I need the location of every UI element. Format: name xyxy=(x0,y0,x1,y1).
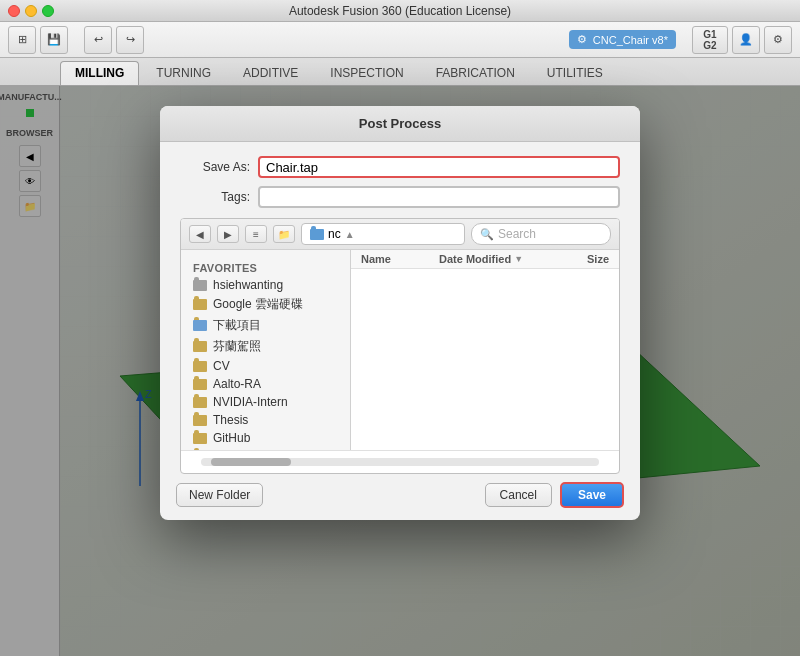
up-arrow-icon: ▲ xyxy=(345,229,355,240)
list-item[interactable]: Research Skill xyxy=(181,447,350,450)
save-button[interactable]: Save xyxy=(560,482,624,508)
save-icon[interactable]: 💾 xyxy=(40,26,68,54)
search-box[interactable]: 🔍 Search xyxy=(471,223,611,245)
dialog-title: Post Process xyxy=(160,106,640,142)
current-file-label: CNC_Chair v8* xyxy=(593,34,668,46)
tab-milling[interactable]: MILLING xyxy=(60,61,139,85)
list-item[interactable]: NVIDIA-Intern xyxy=(181,393,350,411)
file-list-empty xyxy=(351,269,619,429)
current-file-icon: ⚙ xyxy=(577,33,587,46)
item-label: Research Skill xyxy=(213,449,290,450)
scrollbar-thumb[interactable] xyxy=(211,458,291,466)
item-label: NVIDIA-Intern xyxy=(213,395,288,409)
sort-arrow-icon: ▼ xyxy=(514,254,523,264)
file-list-header: Name Date Modified ▼ Size xyxy=(351,250,619,269)
minimize-button[interactable] xyxy=(25,5,37,17)
favorites-label: Favorites xyxy=(181,258,350,276)
tab-fabrication[interactable]: FABRICATION xyxy=(421,61,530,85)
settings-icon[interactable]: ⚙ xyxy=(764,26,792,54)
post-process-dialog: Post Process Save As: Tags: ◀ xyxy=(160,106,640,520)
back-button[interactable]: ◀ xyxy=(189,225,211,243)
maximize-button[interactable] xyxy=(42,5,54,17)
redo-icon[interactable]: ↪ xyxy=(116,26,144,54)
folder-icon-xs xyxy=(193,379,207,390)
tab-turning[interactable]: TURNING xyxy=(141,61,226,85)
scrollbar-track[interactable] xyxy=(201,458,599,466)
item-label: GitHub xyxy=(213,431,250,445)
folder-path[interactable]: nc ▲ xyxy=(301,223,465,245)
new-folder-small-button[interactable]: 📁 xyxy=(273,225,295,243)
file-list-container: Favorites hsiehwanting Google 雲端硬碟 xyxy=(181,250,619,450)
col-size-header: Size xyxy=(559,253,609,265)
path-arrows: ▲ xyxy=(345,229,355,240)
list-item[interactable]: hsiehwanting xyxy=(181,276,350,294)
save-as-input[interactable] xyxy=(258,156,620,178)
special-folder-icon xyxy=(193,320,207,331)
item-label: 芬蘭駕照 xyxy=(213,338,261,355)
toolbar: ⊞ 💾 ↩ ↪ ⚙ CNC_Chair v8* G1G2 👤 ⚙ xyxy=(0,22,800,58)
folder-icon-xs xyxy=(193,341,207,352)
tab-inspection[interactable]: INSPECTION xyxy=(315,61,418,85)
list-item[interactable]: CV xyxy=(181,357,350,375)
tags-label: Tags: xyxy=(180,190,250,204)
item-label: Aalto-RA xyxy=(213,377,261,391)
item-label: Thesis xyxy=(213,413,248,427)
folder-path-label: nc xyxy=(328,227,341,241)
tab-additive[interactable]: ADDITIVE xyxy=(228,61,313,85)
folder-icon-xs xyxy=(193,433,207,444)
list-item[interactable]: Thesis xyxy=(181,411,350,429)
scrollbar-container xyxy=(181,450,619,473)
tab-bar: MILLING TURNING ADDITIVE INSPECTION FABR… xyxy=(0,58,800,86)
favorites-panel: Favorites hsiehwanting Google 雲端硬碟 xyxy=(181,250,351,450)
man-icon[interactable]: 👤 xyxy=(732,26,760,54)
modal-overlay: Post Process Save As: Tags: ◀ xyxy=(0,86,800,656)
col-date-header: Date Modified ▼ xyxy=(439,253,559,265)
folder-icon xyxy=(310,229,324,240)
undo-icon[interactable]: ↩ xyxy=(84,26,112,54)
list-view-button[interactable]: ≡ xyxy=(245,225,267,243)
new-folder-button[interactable]: New Folder xyxy=(176,483,263,507)
dialog-body: Save As: Tags: ◀ ▶ ≡ 📁 xyxy=(160,142,640,474)
folder-icon-xs xyxy=(193,415,207,426)
action-buttons: Cancel Save xyxy=(485,482,624,508)
forward-button[interactable]: ▶ xyxy=(217,225,239,243)
dialog-footer: New Folder Cancel Save xyxy=(160,474,640,520)
person-folder-icon xyxy=(193,280,207,291)
main-file-panel: Name Date Modified ▼ Size xyxy=(351,250,619,450)
list-item[interactable]: Aalto-RA xyxy=(181,375,350,393)
search-placeholder: Search xyxy=(498,227,536,241)
g1-icon[interactable]: G1G2 xyxy=(692,26,728,54)
close-button[interactable] xyxy=(8,5,20,17)
search-icon: 🔍 xyxy=(480,228,494,241)
list-item[interactable]: 芬蘭駕照 xyxy=(181,336,350,357)
browser-toolbar: ◀ ▶ ≡ 📁 nc ▲ xyxy=(181,219,619,250)
item-label: Google 雲端硬碟 xyxy=(213,296,303,313)
item-label: 下載項目 xyxy=(213,317,261,334)
item-label: CV xyxy=(213,359,230,373)
list-item[interactable]: Google 雲端硬碟 xyxy=(181,294,350,315)
save-as-row: Save As: xyxy=(180,156,620,178)
folder-icon-xs xyxy=(193,397,207,408)
folder-icon-xs xyxy=(193,299,207,310)
app-main: Z MANUFACTU... BROWSER ◀ 👁 📁 Post Proces… xyxy=(0,86,800,656)
title-bar: Autodesk Fusion 360 (Education License) xyxy=(0,0,800,22)
list-item[interactable]: GitHub xyxy=(181,429,350,447)
cancel-button[interactable]: Cancel xyxy=(485,483,552,507)
grid-icon[interactable]: ⊞ xyxy=(8,26,36,54)
list-item[interactable]: 下載項目 xyxy=(181,315,350,336)
traffic-lights xyxy=(8,5,54,17)
folder-icon-xs xyxy=(193,361,207,372)
save-as-label: Save As: xyxy=(180,160,250,174)
tags-input[interactable] xyxy=(258,186,620,208)
tab-utilities[interactable]: UTILITIES xyxy=(532,61,618,85)
tags-row: Tags: xyxy=(180,186,620,208)
file-browser: ◀ ▶ ≡ 📁 nc ▲ xyxy=(180,218,620,474)
app-title: Autodesk Fusion 360 (Education License) xyxy=(289,4,511,18)
item-label: hsiehwanting xyxy=(213,278,283,292)
col-name-header: Name xyxy=(361,253,439,265)
